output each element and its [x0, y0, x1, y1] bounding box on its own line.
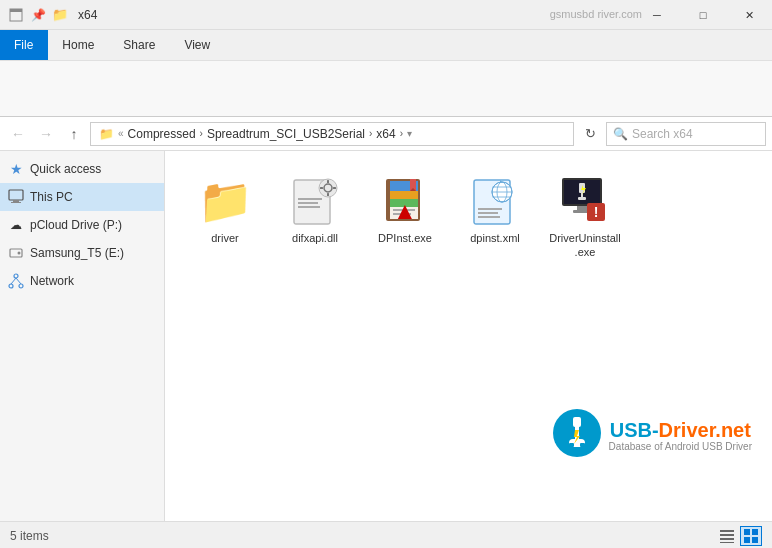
svg-rect-63: [720, 534, 734, 536]
svg-text:!: !: [594, 204, 599, 220]
sidebar-label-this-pc: This PC: [30, 190, 73, 204]
search-box[interactable]: 🔍 Search x64: [606, 122, 766, 146]
file-label-dpinst: DPInst.exe: [378, 231, 432, 245]
tab-share[interactable]: Share: [109, 30, 170, 60]
svg-rect-20: [327, 180, 329, 183]
svg-rect-42: [478, 208, 502, 210]
window-controls: ─ □ ✕: [634, 0, 772, 30]
arrow-indicator: ▲: [393, 197, 417, 225]
svg-rect-64: [720, 538, 734, 540]
brand-logo: [553, 409, 601, 457]
main-layout: ★ Quick access This PC ☁ pCloud Drive (P…: [0, 151, 772, 521]
svg-rect-51: [577, 206, 587, 210]
xml-icon-dpinstxml: [469, 175, 521, 227]
svg-point-8: [9, 284, 13, 288]
sidebar-item-pcloud[interactable]: ☁ pCloud Drive (P:): [0, 211, 164, 239]
view-buttons: [716, 526, 762, 546]
sidebar-label-network: Network: [30, 274, 74, 288]
watermark-text: gsmusbd river.com: [550, 8, 642, 20]
forward-button[interactable]: →: [34, 122, 58, 146]
svg-rect-44: [478, 216, 500, 218]
path-icon: 📁: [99, 127, 114, 141]
title-bar-icons: 📌 📁: [8, 7, 68, 23]
svg-rect-17: [298, 206, 320, 208]
file-label-driver: driver: [211, 231, 239, 245]
detail-view-button[interactable]: [740, 526, 762, 546]
tab-file[interactable]: File: [0, 30, 48, 60]
path-x64: x64: [376, 127, 395, 141]
tab-home[interactable]: Home: [48, 30, 109, 60]
cloud-icon: ☁: [8, 217, 24, 233]
address-path[interactable]: 📁 « Compressed › Spreadtrum_SCI_USB2Seri…: [90, 122, 574, 146]
search-icon: 🔍: [613, 127, 628, 141]
sidebar-item-network[interactable]: Network: [0, 267, 164, 295]
ribbon-content: [0, 60, 772, 116]
svg-rect-49: [578, 197, 586, 200]
folder-yellow-icon: 📁: [52, 7, 68, 23]
exe-icon-dpinst: ▲: [379, 175, 431, 227]
svg-rect-55: [573, 417, 581, 427]
svg-rect-58: [569, 443, 574, 447]
network-icon: [8, 273, 24, 289]
brand-subtitle: Database of Android USB Driver: [609, 441, 752, 452]
dropdown-arrow: ▾: [407, 128, 412, 139]
back-button[interactable]: ←: [6, 122, 30, 146]
file-item-dpinst[interactable]: ▲ DPInst.exe: [365, 171, 445, 264]
file-label-dpinstxml: dpinst.xml: [470, 231, 520, 245]
file-item-driver[interactable]: 📁 driver: [185, 171, 265, 264]
list-view-button[interactable]: [716, 526, 738, 546]
file-label-difxapi: difxapi.dll: [292, 231, 338, 245]
tab-view[interactable]: View: [170, 30, 225, 60]
close-button[interactable]: ✕: [726, 0, 772, 30]
pin-icon: 📌: [30, 7, 46, 23]
svg-marker-61: [574, 430, 580, 444]
svg-rect-69: [752, 537, 758, 543]
file-item-dpinstxml[interactable]: dpinst.xml: [455, 171, 535, 264]
restore-button[interactable]: □: [680, 0, 726, 30]
svg-point-9: [19, 284, 23, 288]
sidebar-item-samsung[interactable]: Samsung_T5 (E:): [0, 239, 164, 267]
status-bar: 5 items: [0, 521, 772, 548]
minimize-button[interactable]: ─: [634, 0, 680, 30]
status-count: 5 items: [10, 529, 49, 543]
svg-marker-60: [576, 425, 578, 429]
path-spreadtrum: Spreadtrum_SCI_USB2Serial: [207, 127, 365, 141]
ribbon-tabs: File Home Share View: [0, 30, 772, 60]
path-separator: «: [118, 128, 124, 139]
brand-title: USB-Driver.net: [609, 419, 752, 441]
svg-rect-4: [11, 202, 21, 203]
dll-icon-difxapi: [289, 175, 341, 227]
svg-rect-15: [298, 198, 322, 200]
svg-rect-65: [720, 542, 734, 543]
file-item-difxapi[interactable]: difxapi.dll: [275, 171, 355, 264]
file-item-driveruninstall[interactable]: ! DriverUninstall.exe: [545, 171, 625, 264]
computer-icon: [8, 189, 24, 205]
window-title: x64: [78, 8, 97, 22]
title-bar: 📌 📁 x64 gsmusbd river.com ─ □ ✕: [0, 0, 772, 30]
svg-rect-21: [327, 193, 329, 196]
window-icon-small: [8, 7, 24, 23]
refresh-button[interactable]: ↻: [578, 122, 602, 146]
sidebar-item-this-pc[interactable]: This PC: [0, 183, 164, 211]
ribbon: File Home Share View: [0, 30, 772, 117]
sidebar-label-samsung: Samsung_T5 (E:): [30, 246, 124, 260]
up-button[interactable]: ↑: [62, 122, 86, 146]
svg-rect-43: [478, 212, 498, 214]
svg-rect-3: [13, 200, 19, 202]
file-label-driveruninstall: DriverUninstall.exe: [549, 231, 621, 260]
star-icon: ★: [8, 161, 24, 177]
drive-icon: [8, 245, 24, 261]
svg-line-10: [11, 278, 16, 284]
branding: USB-Driver.net Database of Android USB D…: [553, 409, 752, 461]
svg-rect-59: [580, 443, 585, 447]
svg-rect-57: [569, 439, 585, 447]
svg-point-7: [14, 274, 18, 278]
svg-rect-16: [298, 202, 318, 204]
file-grid: 📁 driver: [165, 151, 772, 284]
sidebar-item-quick-access[interactable]: ★ Quick access: [0, 155, 164, 183]
svg-rect-62: [720, 530, 734, 532]
svg-rect-23: [333, 187, 336, 189]
svg-rect-2: [9, 190, 23, 200]
svg-point-6: [18, 252, 21, 255]
path-arrow-3: ›: [400, 128, 403, 139]
